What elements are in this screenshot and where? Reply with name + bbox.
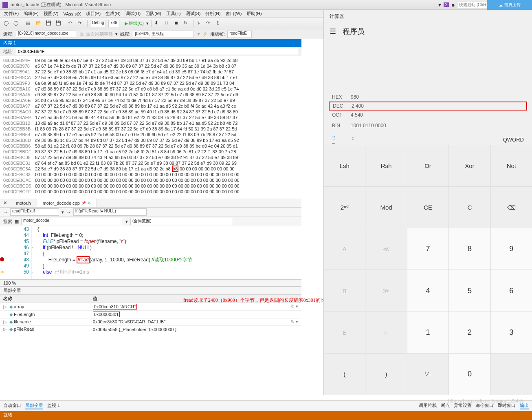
project-combo[interactable]: motor_docode [21, 218, 123, 225]
locals-row[interactable]: ▷ ◆ filename0x00ce8b30 "D:\\SD\\CAR_DAT.… [0, 318, 301, 326]
calc-key[interactable]: 2ⁿᵈ [324, 187, 365, 228]
zoom-combo[interactable]: 100 % [0, 279, 301, 286]
calc-key[interactable]: 3 [491, 312, 532, 353]
calc-key[interactable]: ( [324, 354, 365, 395]
step-into-icon[interactable]: ↴ [196, 20, 203, 27]
calc-key[interactable]: 6 [491, 270, 532, 311]
restart-icon[interactable]: ↻ [183, 20, 191, 27]
menu-item[interactable]: 帮助(H) [246, 11, 262, 17]
calc-key[interactable]: 0 [449, 354, 490, 395]
config-combo[interactable]: Debug [90, 20, 106, 27]
notification-badge[interactable]: 2 [444, 2, 449, 7]
calc-key[interactable]: Mod [365, 187, 407, 228]
menu-item[interactable]: 编辑(E) [24, 11, 39, 17]
thread-combo[interactable]: [0x9628] 主线程 [133, 31, 194, 38]
nav-left-combo[interactable]: readFileEx.if [10, 208, 59, 216]
menu-item[interactable]: 团队(M) [145, 11, 161, 17]
calc-key[interactable]: . [491, 354, 532, 395]
new-file-icon[interactable]: ▤ [26, 20, 33, 27]
search-side[interactable]: 搜索 [3, 219, 12, 225]
calc-key[interactable]: Xor [449, 145, 490, 186]
calc-key[interactable]: A [324, 228, 365, 270]
open-icon[interactable]: 📂 [35, 20, 43, 27]
calc-key[interactable]: 4 [407, 270, 448, 311]
menu-item[interactable]: 项目(P) [86, 11, 101, 17]
dec-row[interactable]: DEC2,400 [329, 102, 527, 111]
nav-fwd-icon[interactable]: ◯ [13, 20, 20, 27]
menu-item[interactable]: 文件(F) [4, 11, 19, 17]
calc-key[interactable]: Not [491, 145, 532, 186]
menu-item[interactable]: 视图(V) [44, 11, 59, 17]
calc-key[interactable]: 9 [491, 228, 532, 270]
calc-key[interactable]: 1 [407, 312, 448, 353]
locals-row[interactable]: ▷ ◆ pFileRead0x009a50a8 {_Placeholder=0x… [0, 326, 301, 333]
tab-motor-h[interactable]: motor.h [10, 199, 37, 207]
menu-item[interactable]: 生成(B) [106, 11, 121, 17]
step-out-icon[interactable]: ↥ [215, 20, 223, 27]
address-input[interactable] [16, 48, 298, 55]
memory-hex-view[interactable]: 0x00CEB94F89 b8 ce e8 fe a3 4a b7 5e 87 … [0, 56, 301, 199]
calc-key[interactable]: ≪ [365, 228, 407, 270]
undo-icon[interactable]: ↶ [68, 20, 75, 27]
bin-row[interactable]: BIN1001 0110 0000 [332, 120, 524, 131]
bottom-tab[interactable]: 局部变量 [25, 402, 43, 409]
save-all-icon[interactable]: 💾 [55, 20, 62, 27]
calc-key[interactable]: F [365, 312, 407, 353]
calc-key[interactable]: E [324, 312, 365, 353]
menu-item[interactable]: 窗口(W) [226, 11, 242, 17]
calc-key[interactable]: ) [365, 354, 407, 395]
calc-key[interactable]: CE [407, 187, 448, 228]
lifecycle-label: 生命周期事件 [86, 31, 113, 37]
calc-key[interactable]: 2 [449, 312, 490, 353]
save-icon[interactable]: 💾 [45, 20, 53, 27]
menu-item[interactable]: 调试(D) [125, 11, 141, 17]
pin-icon: 📌 [81, 201, 86, 205]
calc-key[interactable]: Or [407, 145, 448, 186]
bottom-tab[interactable]: 监视 1 [47, 402, 60, 409]
calc-key[interactable]: ≫ [365, 270, 407, 311]
calc-key[interactable]: ⁺⁄₋ [407, 354, 448, 395]
platform-combo[interactable]: x86 [108, 20, 119, 27]
step-icon[interactable]: ⬇ [154, 20, 161, 27]
col-name[interactable]: 名称 [0, 295, 90, 303]
step-over-icon[interactable]: ↷ [206, 20, 213, 27]
locals-row[interactable]: ▷ ◆ array0x00ceb310 "ARCH" ↻ ▾ [0, 303, 301, 311]
redo-icon[interactable]: ↷ [77, 20, 85, 27]
feedback-icon[interactable]: ☻ [451, 2, 455, 7]
word-size-button[interactable]: QWORD [503, 137, 524, 143]
menu-item[interactable]: 分析(N) [205, 11, 220, 17]
calc-key[interactable]: Rsh [365, 145, 407, 186]
code-editor[interactable]: ➜ 4344454647484950 - - { int FileLength … [0, 226, 301, 279]
calc-key[interactable]: Lsh [324, 145, 365, 186]
calc-key[interactable]: ⌫ [491, 187, 532, 228]
calc-key[interactable]: 8 [449, 228, 490, 270]
scope-combo[interactable]: (全局范围) [130, 218, 232, 225]
keypad-icon[interactable]: ⠿ [332, 136, 335, 144]
hamburger-icon[interactable]: ☰ [330, 27, 336, 36]
oct-row[interactable]: OCT4 540 [332, 110, 524, 120]
process-combo[interactable]: [0x9218] motor_docode.exe [16, 31, 77, 38]
cloud-upload-widget[interactable]: ☁ 拖拽上传 [487, 0, 532, 10]
close-all-icon[interactable]: ✕ [0, 199, 10, 207]
calc-key[interactable]: 7 [407, 228, 448, 270]
menu-item[interactable]: 工具(T) [166, 11, 181, 17]
nav-back-icon[interactable]: ◯ [3, 20, 11, 27]
bottom-tab[interactable]: 调用堆栈 [419, 402, 437, 409]
pause-icon[interactable]: ⏸ [164, 20, 171, 27]
bits-icon[interactable]: ⠛ [352, 137, 355, 142]
calc-key[interactable]: C [449, 187, 490, 228]
nav-right-combo[interactable]: if (pFileRead != NULL) [73, 208, 147, 216]
bottom-tab[interactable]: 自动窗口 [3, 402, 21, 409]
locals-row[interactable]: ◆ FileLength0x00000301 [0, 311, 301, 318]
calc-key[interactable]: 5 [449, 270, 490, 311]
menu-item[interactable]: 测试(S) [186, 11, 201, 17]
stop-icon[interactable]: ⏹ [174, 20, 181, 27]
hex-row[interactable]: HEX960 [332, 92, 524, 102]
continue-button[interactable]: 继续(C) [125, 20, 144, 27]
calc-key[interactable]: B [324, 270, 365, 311]
tab-motor-docode-cpp[interactable]: motor_docode.cpp 📌 ✕ [37, 199, 97, 207]
close-icon: ✕ [88, 201, 91, 205]
stackframe-combo[interactable]: readFileE [227, 31, 252, 38]
menu-item[interactable]: VAssistX [63, 11, 81, 16]
flag-icon[interactable]: ▼ [437, 2, 442, 7]
